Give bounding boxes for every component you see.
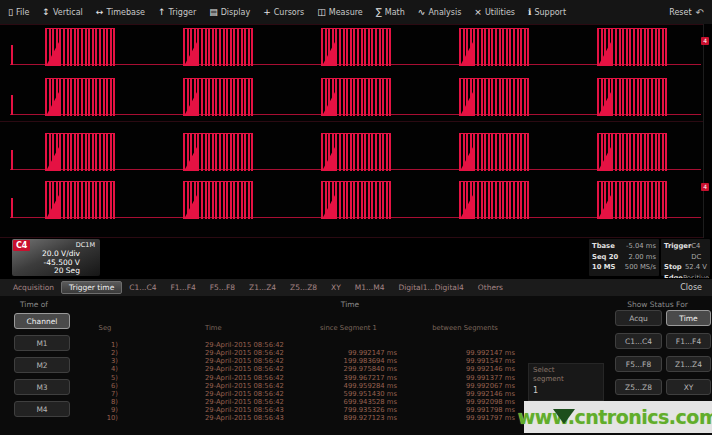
tab-z1-z4[interactable]: Z1...Z4 xyxy=(242,281,283,294)
menu-item-utilities[interactable]: ×Utilities xyxy=(474,8,515,17)
math-icon: ∑ xyxy=(376,8,382,17)
info-value: 500 MS/s xyxy=(625,262,656,273)
tab-digital1-digital4[interactable]: Digital1...Digital4 xyxy=(391,281,470,294)
channel-coupling: DC1M xyxy=(76,241,95,249)
table-cell: 29-April-2015 08:56:42 xyxy=(205,341,290,349)
menu-item-label: Measure xyxy=(329,8,363,17)
vertical-icon: ↕ xyxy=(42,8,50,17)
waveform-burst xyxy=(45,133,115,171)
tab-others[interactable]: Others xyxy=(471,281,510,294)
channel-select-m4[interactable]: M4 xyxy=(14,401,70,417)
close-button[interactable]: Close xyxy=(680,283,702,292)
channel-select-channel[interactable]: Channel xyxy=(14,313,70,329)
tab-acquisition[interactable]: Acquisition xyxy=(6,281,61,294)
status-for-c1-c4[interactable]: C1...C4 xyxy=(615,333,662,349)
menu-item-measure[interactable]: ◫Measure xyxy=(317,8,363,17)
menubar-right: Reset ↶ xyxy=(669,7,704,18)
waveform-display[interactable]: 44 xyxy=(0,24,712,238)
timebase-descriptor-row: Seq 202.00 ms xyxy=(592,252,656,263)
burst-ramp xyxy=(598,147,611,171)
table-cell: 29-April-2015 08:56:43 xyxy=(205,406,290,414)
menu-item-cursors[interactable]: +Cursors xyxy=(263,8,304,17)
reset-icon[interactable]: ↶ xyxy=(696,7,704,18)
burst-ramp xyxy=(46,147,59,171)
select-segment-field[interactable]: Select segment 1 xyxy=(528,363,604,401)
table-cell: 299.975840 ms xyxy=(300,365,397,373)
table-cell: 3) xyxy=(92,357,118,365)
segment-start-tick xyxy=(11,95,13,115)
waveform-burst xyxy=(45,78,115,116)
menu-item-vertical[interactable]: ↕Vertical xyxy=(42,8,83,17)
menu-item-label: Utilities xyxy=(485,8,515,17)
table-cell: 4) xyxy=(92,365,118,373)
channel-select-m3[interactable]: M3 xyxy=(14,379,70,395)
status-for-time[interactable]: Time xyxy=(666,310,711,326)
show-status-for-label: Show Status For xyxy=(605,300,710,309)
table-cell: 6) xyxy=(92,382,118,390)
table-cell: 99.992098 ms xyxy=(415,398,515,406)
waveform-burst xyxy=(459,28,529,66)
menu-item-support[interactable]: ℹSupport xyxy=(528,8,566,17)
table-cell: 699.943528 ms xyxy=(300,398,397,406)
menu-item-display[interactable]: ▤Display xyxy=(209,8,250,17)
status-for-f5-f8[interactable]: F5...F8 xyxy=(615,356,662,372)
trigger-descriptor[interactable]: TriggerC4 DCStop52.4 VEdgePositive xyxy=(661,239,710,276)
table-cell: 499.959284 ms xyxy=(300,382,397,390)
table-header-time: Time xyxy=(205,324,290,332)
trigger-icon: ↑ xyxy=(158,8,166,17)
table-cell: 29-April-2015 08:56:43 xyxy=(205,414,290,422)
table-cell: 29-April-2015 08:56:42 xyxy=(205,357,290,365)
burst-ramp xyxy=(460,92,473,116)
status-tabbar: AcquisitionTrigger timeC1...C4F1...F4F5.… xyxy=(0,278,712,297)
table-cell: 29-April-2015 08:56:42 xyxy=(205,390,290,398)
tab-c1-c4[interactable]: C1...C4 xyxy=(122,281,163,294)
waveform-burst xyxy=(597,28,667,66)
status-for-f1-f4[interactable]: F1...F4 xyxy=(666,333,711,349)
utilities-icon: × xyxy=(474,8,482,17)
channel-descriptor-c4[interactable]: C4 DC1M 20.0 V/div -45.500 V 20 Seg xyxy=(12,239,100,276)
status-for-z1-z4[interactable]: Z1...Z4 xyxy=(666,356,711,372)
tab-f1-f4[interactable]: F1...F4 xyxy=(163,281,202,294)
info-label: Stop xyxy=(664,262,682,273)
table-cell: 9) xyxy=(92,406,118,414)
menu-item-file[interactable]: ▯File xyxy=(8,8,29,17)
menubar-items: ▯File↕Vertical↔Timebase↑Trigger▤Display+… xyxy=(8,8,566,17)
tab-f5-f8[interactable]: F5...F8 xyxy=(203,281,242,294)
tab-m1-m4[interactable]: M1...M4 xyxy=(348,281,392,294)
menu-item-timebase[interactable]: ↔Timebase xyxy=(96,8,145,17)
menu-item-label: Cursors xyxy=(274,8,304,17)
waveform-burst xyxy=(45,181,115,219)
table-cell: 399.967217 ms xyxy=(300,374,397,382)
menu-item-label: Support xyxy=(534,8,566,17)
grid-line-top xyxy=(0,24,704,25)
channel-values: 20.0 V/div -45.500 V 20 Seg xyxy=(12,250,80,276)
burst-ramp xyxy=(322,92,335,116)
status-for-z5-z8[interactable]: Z5...Z8 xyxy=(615,379,662,395)
menu-item-analysis[interactable]: ∿Analysis xyxy=(418,8,462,17)
menu-item-math[interactable]: ∑Math xyxy=(376,8,405,17)
tab-trigger-time[interactable]: Trigger time xyxy=(61,281,122,294)
analysis-icon: ∿ xyxy=(418,8,426,17)
info-label: Trigger xyxy=(664,241,691,262)
channel-select-m1[interactable]: M1 xyxy=(14,335,70,351)
table-cell: 5) xyxy=(92,374,118,382)
burst-ramp xyxy=(460,195,473,219)
waveform-burst xyxy=(459,181,529,219)
watermark: www.cntronics.com xyxy=(524,401,712,433)
status-for-acqu[interactable]: Acqu xyxy=(615,310,662,326)
table-cell: 99.991377 ms xyxy=(415,374,515,382)
timebase-descriptor[interactable]: Tbase-5.04 msSeq 202.00 ms10 MS500 MS/s xyxy=(589,239,659,276)
waveform-burst xyxy=(321,78,391,116)
table-cell: 7) xyxy=(92,390,118,398)
table-cell: 99.991547 ms xyxy=(415,357,515,365)
menu-item-trigger[interactable]: ↑Trigger xyxy=(158,8,196,17)
table-cell: 8) xyxy=(92,398,118,406)
status-for-xy[interactable]: XY xyxy=(666,379,711,395)
reset-button[interactable]: Reset xyxy=(669,8,691,17)
tab-z5-z8[interactable]: Z5...Z8 xyxy=(283,281,324,294)
waveform-burst xyxy=(183,28,253,66)
waveform-burst xyxy=(321,28,391,66)
menu-item-label: Vertical xyxy=(53,8,83,17)
tab-xy[interactable]: XY xyxy=(324,281,348,294)
channel-select-m2[interactable]: M2 xyxy=(14,357,70,373)
